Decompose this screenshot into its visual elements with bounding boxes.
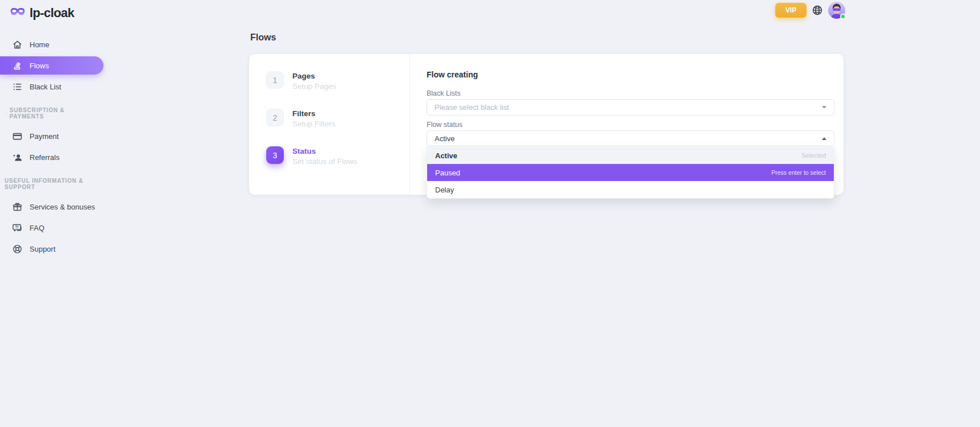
black-list-icon	[11, 81, 23, 92]
form-title: Flow creating	[427, 70, 834, 79]
section-title: SUBSCRIPTION & PAYMENTS	[10, 107, 98, 120]
option-delay[interactable]: Delay	[427, 181, 834, 198]
sidebar-item-flows[interactable]: Flows	[0, 56, 104, 75]
step-number: 2	[266, 109, 284, 126]
app-screen: lp-cloak Home	[0, 0, 980, 427]
step-subtitle: Setup Filters	[292, 120, 336, 128]
online-status-dot	[840, 14, 846, 19]
sidebar-item-support-item[interactable]: Support	[0, 240, 122, 258]
flow-creating-card: 1 Pages Setup Pages 2 Filters Setup Filt…	[249, 54, 843, 195]
step-subtitle: Set status of Flows	[292, 157, 357, 166]
sidebar-item-label: Payment	[30, 132, 59, 141]
app-logo[interactable]: lp-cloak	[0, 0, 122, 20]
sidebar-item-label: Home	[30, 40, 49, 49]
lifebuoy-icon	[11, 243, 23, 254]
flow-status-select[interactable]: Active	[427, 130, 834, 146]
step-title: Pages	[292, 72, 336, 80]
sidebar-item-label: Referrals	[30, 153, 60, 162]
header-actions: VIP	[775, 2, 845, 19]
sidebar-item-faq[interactable]: ?! FAQ	[0, 219, 122, 237]
step-number: 3	[266, 146, 284, 164]
chevron-down-icon	[822, 106, 826, 109]
option-active[interactable]: Active Selected	[427, 147, 834, 164]
flow-status-label: Flow status	[427, 121, 834, 129]
sidebar-item-black-list[interactable]: Black List	[0, 77, 122, 96]
sidebar-item-label: Services & bonuses	[30, 203, 95, 211]
gift-icon	[11, 201, 23, 212]
step-subtitle: Setup Pages	[292, 82, 336, 91]
option-label: Delay	[435, 186, 454, 194]
option-label: Active	[435, 151, 457, 160]
app-name: lp-cloak	[30, 6, 74, 20]
sidebar-item-label: Black List	[30, 83, 61, 91]
sidebar-item-services[interactable]: Services & bonuses	[0, 198, 122, 216]
sidebar-item-payment[interactable]: Payment	[0, 127, 122, 145]
sidebar-item-referrals[interactable]: Referrals	[0, 148, 122, 166]
faq-icon: ?!	[11, 222, 23, 233]
sidebar-item-label: FAQ	[30, 224, 44, 232]
step-status[interactable]: 3 Status Set status of Flows	[266, 146, 410, 166]
flows-icon	[11, 60, 23, 71]
option-hint: Press enter to select	[771, 169, 826, 176]
sidebar-section-support: USEFUL INFORMATION & SUPPORT	[0, 178, 122, 190]
step-title: Filters	[292, 109, 336, 118]
divider	[5, 113, 7, 114]
black-lists-placeholder: Please select black list	[435, 103, 509, 112]
referrals-icon	[11, 151, 23, 163]
sidebar-section-subscription: SUBSCRIPTION & PAYMENTS	[0, 107, 122, 120]
flow-status-dropdown: Active Selected Paused Press enter to se…	[427, 147, 834, 199]
black-lists-label: Black Lists	[427, 89, 834, 98]
black-lists-select[interactable]: Please select black list	[427, 99, 834, 116]
sidebar-item-home[interactable]: Home	[0, 35, 122, 54]
step-pages[interactable]: 1 Pages Setup Pages	[266, 71, 410, 91]
option-paused[interactable]: Paused Press enter to select	[427, 164, 834, 181]
step-title: Status	[292, 147, 357, 155]
step-text: Filters Setup Filters	[292, 109, 336, 128]
credit-card-icon	[11, 130, 23, 142]
avatar[interactable]	[828, 2, 845, 19]
step-number: 1	[266, 71, 284, 89]
step-text: Pages Setup Pages	[292, 71, 336, 91]
sidebar: lp-cloak Home	[0, 0, 122, 427]
step-text: Status Set status of Flows	[292, 146, 357, 166]
home-icon	[11, 39, 23, 50]
svg-text:?!: ?!	[15, 224, 18, 228]
flow-status-value: Active	[435, 134, 454, 143]
option-hint: Selected	[801, 152, 826, 159]
sidebar-nav: Home Flows	[0, 35, 122, 96]
globe-icon[interactable]	[812, 5, 823, 16]
step-filters[interactable]: 2 Filters Setup Filters	[266, 109, 410, 128]
section-title: USEFUL INFORMATION & SUPPORT	[5, 178, 98, 190]
sidebar-item-label: Support	[30, 245, 56, 253]
chevron-up-icon	[822, 137, 826, 140]
flow-status-select-wrap: Active Active Selected Paused Press ente…	[427, 130, 834, 146]
mask-icon	[10, 6, 26, 20]
vip-button[interactable]: VIP	[775, 3, 807, 18]
page-title: Flows	[250, 32, 276, 43]
sidebar-item-label: Flows	[30, 61, 49, 70]
flow-creating-form: Flow creating Black Lists Please select …	[410, 54, 843, 195]
option-label: Paused	[435, 169, 460, 177]
wizard-steps: 1 Pages Setup Pages 2 Filters Setup Filt…	[249, 54, 410, 195]
